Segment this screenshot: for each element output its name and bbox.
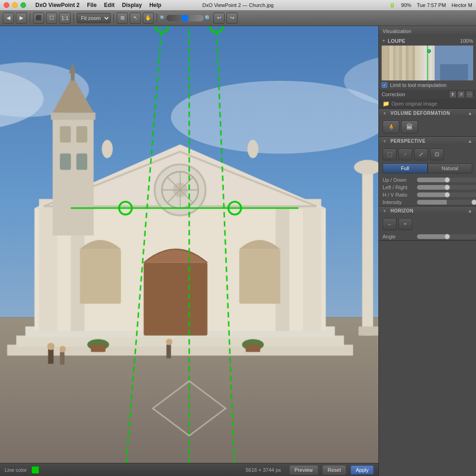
loupe-value: 100%	[460, 38, 473, 44]
hv-ratio-slider[interactable]	[417, 192, 476, 197]
zoom-select[interactable]: Fit zoom 25% 50% 100% 200%	[77, 13, 111, 23]
pan-tool-btn[interactable]: ✋	[143, 13, 154, 24]
line-color-swatch[interactable]	[32, 466, 39, 474]
intensity-slider[interactable]	[417, 200, 476, 205]
line-color-label: Line color	[5, 467, 27, 473]
up-down-slider[interactable]	[417, 178, 476, 182]
angle-row: Angle 0.0	[379, 233, 476, 240]
left-right-slider[interactable]	[417, 185, 476, 190]
svg-rect-70	[91, 344, 106, 352]
single-view-btn[interactable]: ☐	[46, 13, 57, 24]
zoom-slider[interactable]	[166, 15, 204, 21]
mac-menubar: DxO ViewPoint 2 File Edit Display Help D…	[0, 0, 476, 10]
nav-back-btn[interactable]: ◀	[3, 13, 14, 24]
loupe-chevron: ▼	[382, 39, 386, 43]
battery-icon: 🔋	[389, 2, 396, 8]
persp-icon-4[interactable]: ⊡	[430, 148, 444, 160]
horizon-collapse[interactable]: ▲	[468, 208, 472, 213]
vol-deform-section: ▼ VOLUME DEFORMATION ▲ 🧍 🏛	[379, 109, 476, 137]
perspective-section: ▼ PERSPECTIVE ▲ ⬚ ⟋ ⤢ ⊡ Full Natural Up …	[379, 137, 476, 206]
image-view-btn[interactable]: ⬛	[33, 13, 44, 24]
battery-value: 90%	[401, 2, 411, 8]
persp-icon-3[interactable]: ⤢	[414, 148, 428, 160]
traffic-lights	[4, 2, 26, 8]
loupe-right-panel	[435, 46, 474, 80]
vol-deform-header[interactable]: ▼ VOLUME DEFORMATION ▲	[379, 109, 476, 118]
undo-btn[interactable]: ↩	[213, 13, 225, 24]
horizon-chevron: ▼	[383, 209, 387, 213]
minimize-button[interactable]	[12, 2, 18, 8]
horizon-manual-btn[interactable]: ⌖	[398, 218, 412, 230]
canvas-container[interactable]	[0, 26, 378, 463]
app-menu-name[interactable]: DxO ViewPoint 2	[32, 0, 83, 10]
correction-icons: ⬆ ↺ ⋯	[449, 91, 473, 98]
svg-rect-41	[51, 112, 95, 120]
right-panel: Visualization ▼ LOUPE 100%	[378, 26, 476, 476]
svg-rect-38	[80, 249, 121, 304]
redo-btn[interactable]: ↪	[226, 13, 238, 24]
limit-checkbox[interactable]: ✓	[382, 82, 387, 88]
open-image-row[interactable]: 📁 Open original image	[379, 99, 476, 108]
horizon-header[interactable]: ▼ HORIZON ▲	[379, 206, 476, 215]
svg-rect-37	[144, 263, 207, 336]
edit-menu[interactable]: Edit	[100, 0, 119, 10]
persp-icon-2[interactable]: ⟋	[398, 148, 412, 160]
visualization-header[interactable]: Visualization	[379, 26, 476, 36]
apply-button[interactable]: Apply	[350, 465, 374, 475]
svg-rect-67	[166, 344, 171, 358]
file-menu[interactable]: File	[83, 0, 100, 10]
time-display: Tue 7:57 PM	[417, 2, 446, 8]
zoom-slider-container: 🔍 🔍	[160, 15, 212, 21]
user-name: Hector M	[451, 2, 472, 8]
vol-chevron: ▼	[383, 111, 387, 116]
canvas-area: Line color 5616 × 3744 px Preview Reset …	[0, 26, 378, 476]
maximize-button[interactable]	[20, 2, 26, 8]
perspective-header[interactable]: ▼ PERSPECTIVE ▲	[379, 137, 476, 145]
svg-rect-75	[396, 46, 399, 80]
close-button[interactable]	[4, 2, 9, 8]
grid-btn[interactable]: ⊞	[117, 13, 128, 24]
vol-portrait-btn[interactable]: 🧍	[383, 120, 399, 133]
svg-rect-63	[48, 349, 53, 364]
angle-slider[interactable]	[417, 234, 476, 239]
nav-forward-btn[interactable]: ▶	[16, 13, 27, 24]
correction-save-icon[interactable]: ⬆	[449, 91, 456, 98]
reset-button[interactable]: Reset	[323, 465, 346, 475]
status-bar: Line color 5616 × 3744 px Preview Reset …	[0, 463, 378, 476]
toolbar-sep-2	[73, 13, 74, 23]
natural-btn[interactable]: Natural	[428, 163, 473, 173]
church-scene	[0, 26, 378, 463]
horizon-icons: ↔ ⌖	[379, 215, 476, 233]
display-menu[interactable]: Display	[118, 0, 145, 10]
perspective-collapse[interactable]: ▲	[468, 139, 472, 144]
zoom-in-icon: 🔍	[205, 15, 212, 21]
svg-rect-72	[245, 344, 260, 352]
full-natural-row: Full Natural	[379, 163, 476, 176]
loupe-header: ▼ LOUPE 100%	[382, 38, 473, 44]
vol-landscape-btn[interactable]: 🏛	[401, 120, 418, 133]
hv-ratio-label: H / V Ratio	[383, 192, 415, 198]
select-tool-btn[interactable]: ↖	[130, 13, 141, 24]
full-btn[interactable]: Full	[383, 163, 428, 173]
persp-icon-1[interactable]: ⬚	[383, 148, 397, 160]
svg-rect-17	[362, 172, 373, 335]
correction-reset-icon[interactable]: ↺	[457, 91, 465, 98]
loupe-image	[382, 46, 473, 80]
up-down-row: Up / Down 0	[379, 176, 476, 184]
toolbar-sep-1	[30, 13, 30, 23]
svg-rect-45	[76, 153, 87, 170]
vol-deform-collapse[interactable]: ▲	[468, 111, 472, 116]
help-menu[interactable]: Help	[145, 0, 165, 10]
left-right-label: Left / Right	[383, 185, 415, 190]
preview-button[interactable]: Preview	[290, 465, 318, 475]
svg-rect-79	[423, 46, 426, 80]
svg-rect-65	[60, 352, 65, 364]
horizon-auto-btn[interactable]: ↔	[383, 218, 397, 230]
hv-ratio-row: H / V Ratio 0	[379, 191, 476, 198]
loupe-left-panel	[382, 46, 421, 80]
correction-more-icon[interactable]: ⋯	[466, 91, 473, 98]
vol-deform-icons: 🧍 🏛	[379, 118, 476, 136]
zoom-100-btn[interactable]: 1:1	[59, 13, 71, 24]
pixel-size: 5616 × 3744 px	[245, 467, 281, 473]
intensity-row: Intensity 100	[379, 198, 476, 206]
